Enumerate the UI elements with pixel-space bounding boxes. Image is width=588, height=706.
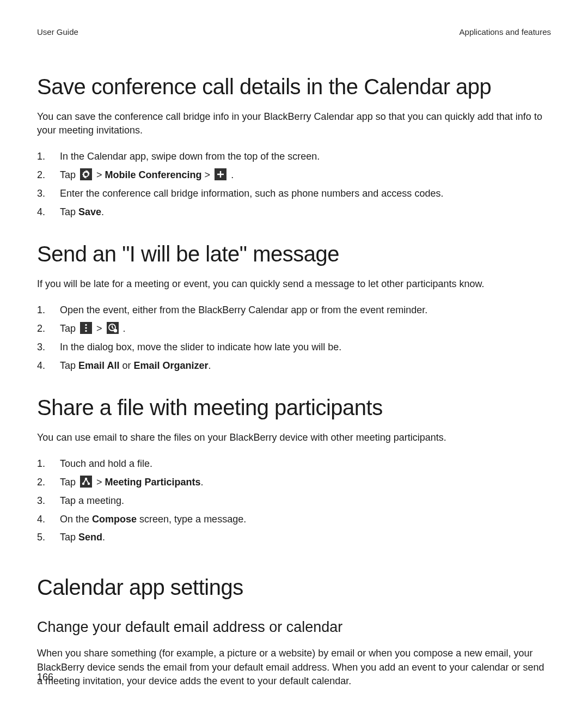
step-item: Tap a meeting. — [37, 494, 551, 509]
section-title-late-message: Send an "I will be late" message — [37, 242, 551, 266]
svg-point-3 — [85, 327, 87, 328]
plus-icon — [215, 168, 226, 180]
step-item: Tap Email All or Email Organizer. — [37, 358, 551, 374]
step-item: Tap Send. — [37, 530, 551, 545]
steps-list: Touch and hold a file. Tap > Meeting Par… — [37, 457, 551, 545]
header-left: User Guide — [37, 27, 78, 36]
section-intro: You can save the conference call bridge … — [37, 110, 551, 137]
step-item: Open the event, either from the BlackBer… — [37, 303, 551, 318]
header-right: Applications and features — [460, 27, 551, 36]
step-item: In the Calendar app, swipe down from the… — [37, 149, 551, 165]
step-item: In the dialog box, move the slider to in… — [37, 340, 551, 355]
step-item: Tap > Meeting Participants. — [37, 475, 551, 490]
section-title-share-file: Share a file with meeting participants — [37, 395, 551, 420]
compose-label: Compose — [92, 514, 137, 525]
step-item: Touch and hold a file. — [37, 457, 551, 472]
meeting-participants-label: Meeting Participants — [105, 477, 201, 488]
section-title-calendar-settings: Calendar app settings — [37, 575, 551, 600]
svg-point-2 — [85, 324, 87, 326]
step-item: Tap Save. — [37, 205, 551, 220]
steps-list: In the Calendar app, swipe down from the… — [37, 149, 551, 220]
mobile-conferencing-label: Mobile Conferencing — [105, 169, 202, 180]
subsection-title-change-default: Change your default email address or cal… — [37, 619, 551, 636]
step-item: Tap > Mobile Conferencing > . — [37, 168, 551, 183]
clock-late-icon — [107, 322, 119, 334]
section-intro: If you will be late for a meeting or eve… — [37, 277, 551, 291]
email-all-label: Email All — [78, 360, 119, 371]
steps-list: Open the event, either from the BlackBer… — [37, 303, 551, 374]
step-item: Tap > . — [37, 321, 551, 337]
email-organizer-label: Email Organizer — [133, 360, 208, 371]
share-icon — [80, 476, 92, 488]
svg-point-6 — [113, 329, 117, 332]
step-item: Enter the conference call bridge informa… — [37, 186, 551, 202]
page-number: 166 — [37, 672, 53, 683]
svg-point-1 — [84, 173, 88, 176]
save-label: Save — [78, 206, 101, 217]
more-icon — [80, 322, 92, 334]
send-label: Send — [78, 532, 102, 543]
svg-point-4 — [85, 330, 87, 332]
step-item: On the Compose screen, type a message. — [37, 512, 551, 527]
section-body: When you share something (for example, a… — [37, 647, 551, 688]
gear-icon — [80, 168, 92, 180]
page-header: User Guide Applications and features — [37, 27, 551, 36]
section-title-save-conference: Save conference call details in the Cale… — [37, 75, 551, 99]
section-intro: You can use email to share the files on … — [37, 431, 551, 445]
